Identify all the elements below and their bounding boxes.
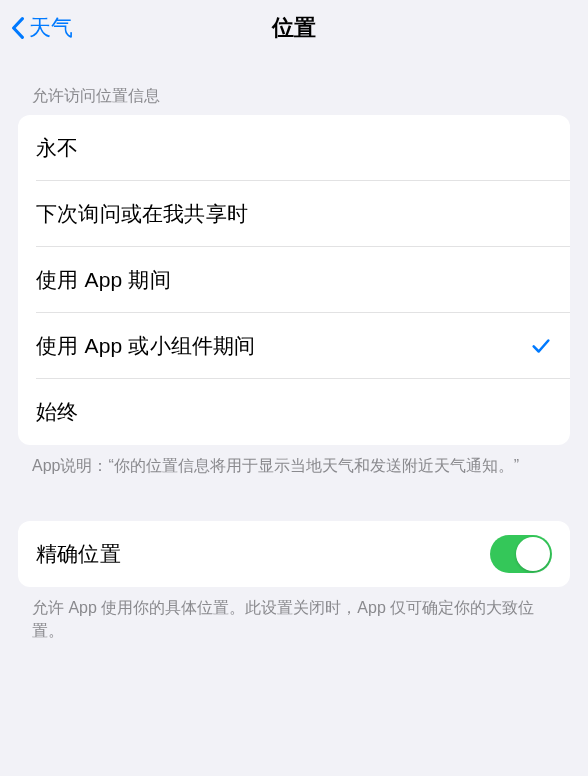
precise-location-toggle[interactable]	[490, 535, 552, 573]
access-option-label: 下次询问或在我共享时	[36, 200, 248, 228]
precise-location-row[interactable]: 精确位置	[18, 521, 570, 587]
access-option-label: 始终	[36, 398, 78, 426]
nav-header: 天气 位置	[0, 0, 588, 56]
back-button[interactable]: 天气	[10, 13, 73, 43]
chevron-left-icon	[10, 16, 26, 40]
access-option-label: 使用 App 期间	[36, 266, 171, 294]
access-options-group: 永不下次询问或在我共享时使用 App 期间使用 App 或小组件期间始终	[18, 115, 570, 445]
access-option-row[interactable]: 使用 App 或小组件期间	[18, 313, 570, 379]
access-option-label: 使用 App 或小组件期间	[36, 332, 256, 360]
access-option-row[interactable]: 下次询问或在我共享时	[18, 181, 570, 247]
content: 允许访问位置信息 永不下次询问或在我共享时使用 App 期间使用 App 或小组…	[0, 56, 588, 642]
back-label: 天气	[29, 13, 73, 43]
access-option-label: 永不	[36, 134, 78, 162]
precise-section-footer: 允许 App 使用你的具体位置。此设置关闭时，App 仅可确定你的大致位置。	[0, 587, 588, 642]
precise-location-label: 精确位置	[36, 540, 121, 568]
toggle-knob	[516, 537, 550, 571]
spacer	[0, 477, 588, 521]
page-title: 位置	[272, 13, 316, 43]
access-option-row[interactable]: 使用 App 期间	[18, 247, 570, 313]
access-section-header: 允许访问位置信息	[0, 86, 588, 115]
access-section-footer: App说明：“你的位置信息将用于显示当地天气和发送附近天气通知。”	[0, 445, 588, 477]
access-option-row[interactable]: 永不	[18, 115, 570, 181]
precise-location-group: 精确位置	[18, 521, 570, 587]
access-option-row[interactable]: 始终	[18, 379, 570, 445]
checkmark-icon	[530, 335, 552, 357]
